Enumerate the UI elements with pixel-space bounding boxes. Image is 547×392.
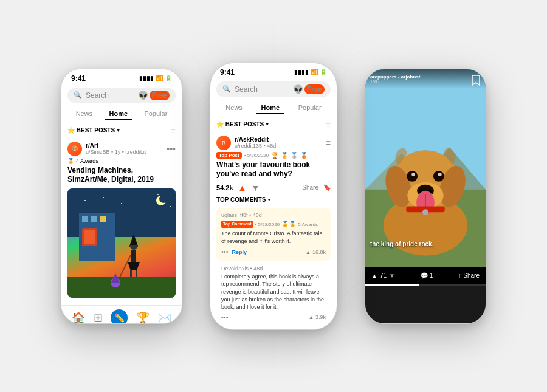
- post-info-center: r/AskReddit u/reddit135 • 48d: [235, 136, 322, 149]
- more-btn-left[interactable]: •••: [167, 144, 176, 154]
- video-time: 109 d: [370, 80, 481, 84]
- downvote-right[interactable]: ▼: [389, 272, 395, 279]
- svg-marker-25: [128, 262, 140, 270]
- svg-point-55: [438, 172, 442, 176]
- progress-bar-right: [365, 284, 486, 286]
- share-icon-right: ↑: [458, 272, 461, 279]
- home-icon-left[interactable]: 🏠: [72, 311, 85, 324]
- svg-rect-20: [84, 230, 95, 244]
- signal-icon-left: ▮▮▮▮: [139, 75, 154, 81]
- mail-icon-left[interactable]: ✉️: [158, 311, 171, 324]
- comment-count-right: 1: [430, 272, 433, 279]
- svg-rect-17: [91, 216, 97, 222]
- comment-text-1: The count of Monte Cristo. A fantastic t…: [221, 230, 326, 245]
- bottom-nav-center: 🏠 ⊞ ✏️ 🏆 ✉️: [210, 326, 337, 330]
- avatar-center: r/: [216, 136, 231, 150]
- svg-rect-26: [130, 270, 132, 277]
- upvote-btn-center[interactable]: ▲: [238, 183, 247, 193]
- phone-left: 9:41 ▮▮▮▮ 📶 🔋 🔍 Search 👽 Free News Home …: [61, 69, 182, 324]
- bookmark-icon-right[interactable]: [471, 74, 481, 89]
- share-label-right: Share: [463, 272, 480, 279]
- search-label-center: Search: [235, 85, 258, 94]
- svg-rect-24: [131, 250, 136, 262]
- post-title-left: Vending Machines, SimzArt/Me, Digital, 2…: [67, 166, 176, 185]
- progress-fill-right: [365, 284, 419, 286]
- search-label-left: Search: [86, 91, 109, 100]
- award-emoji-4: 🥉: [300, 152, 308, 159]
- comment-votes-2: ▲ 3.9k: [309, 314, 326, 320]
- svg-rect-18: [100, 216, 106, 222]
- best-posts-center[interactable]: ⭐ BEST POSTS: [216, 121, 269, 128]
- bottom-nav-left: 🏠 ⊞ ✏️ 🏆 ✉️: [61, 305, 182, 324]
- svg-point-59: [422, 209, 428, 215]
- tab-news-left[interactable]: News: [71, 108, 98, 120]
- search-icon-left: 🔍: [74, 91, 82, 99]
- video-bottom-bar: ▲ 71 ▼ 💬 1 ↑ Share: [365, 267, 486, 284]
- vote-count-right: 71: [380, 272, 387, 279]
- svg-point-39: [159, 194, 168, 203]
- post-item-left: 🎨 r/Art u/SimzBB • 1y • i.reddit.it ••• …: [61, 138, 182, 305]
- user-time-left: u/SimzBB • 1y • i.reddit.it: [86, 149, 163, 155]
- svg-rect-16: [82, 216, 88, 222]
- comment-section-right: 💬 1: [421, 272, 433, 279]
- free-badge-center: Free: [304, 84, 325, 94]
- filter-icon-left[interactable]: ≡: [171, 126, 176, 136]
- alien-icon-center: 👽: [293, 84, 303, 94]
- comment-user-1: uglass_ft8f • 48d: [221, 211, 326, 219]
- tab-popular-left[interactable]: Popular: [139, 108, 172, 120]
- grid-icon-left[interactable]: ⊞: [94, 311, 103, 324]
- nav-tabs-center: News Home Popular: [210, 100, 337, 117]
- award-emoji-2: 🥇: [281, 152, 288, 159]
- comment-2: DevoidAxis • 48d I completely agree, thi…: [216, 263, 331, 323]
- comment-user-2: DevoidAxis • 48d: [221, 266, 326, 272]
- reply-btn-1[interactable]: Reply: [232, 249, 247, 256]
- award-icon-left[interactable]: 🏆: [136, 311, 150, 324]
- svg-point-33: [84, 200, 86, 201]
- search-bar-left[interactable]: 🔍 Search 👽 Free: [67, 88, 176, 103]
- phone-center: 9:41 ▮▮▮▮ 📶 🔋 🔍 Search 👽 Free News Home …: [210, 63, 337, 330]
- tab-home-center[interactable]: Home: [256, 102, 285, 114]
- post-date-center: • 5/26/2020: [244, 153, 269, 158]
- comment-votes-1: ▲ 16.8k: [306, 249, 326, 256]
- post-icon-left[interactable]: ✏️: [111, 309, 128, 324]
- status-icons-left: ▮▮▮▮ 📶 🔋: [139, 75, 172, 81]
- free-badge-left: Free: [150, 91, 170, 100]
- downvote-btn-center[interactable]: ▼: [251, 183, 260, 193]
- post-meta-left: 🎨 r/Art u/SimzBB • 1y • i.reddit.it •••: [67, 142, 176, 156]
- more-dots-2[interactable]: •••: [221, 314, 229, 321]
- tab-news-center[interactable]: News: [221, 102, 247, 114]
- wifi-icon-left: 📶: [156, 75, 163, 81]
- svg-point-35: [121, 203, 122, 204]
- search-bar-center[interactable]: 🔍 Search 👽 Free: [216, 81, 331, 97]
- share-section-right[interactable]: ↑ Share: [458, 272, 480, 279]
- more-dots-1[interactable]: •••: [221, 247, 229, 256]
- time-center: 9:41: [220, 68, 235, 77]
- awards-row-left: 🏅 4 Awards: [67, 158, 176, 164]
- status-icons-center: ▮▮▮▮ 📶 🔋: [294, 69, 327, 75]
- award-emoji-1: 🏆: [271, 152, 278, 159]
- svg-line-28: [119, 255, 131, 280]
- tab-popular-center[interactable]: Popular: [294, 102, 326, 114]
- top-comment-badge: Top Comment: [221, 221, 253, 228]
- comment-1: uglass_ft8f • 48d Top Comment • 5/28/202…: [216, 208, 331, 261]
- comment-actions-2: ••• ▲ 3.9k: [221, 314, 326, 321]
- tab-home-left[interactable]: Home: [105, 108, 133, 120]
- share-btn-center[interactable]: Share: [302, 184, 318, 191]
- more-btn-center[interactable]: ≡: [326, 138, 331, 148]
- post-image-left: [67, 188, 176, 298]
- feed-header-center: ⭐ BEST POSTS ≡: [210, 117, 337, 132]
- best-posts-left[interactable]: ⭐ BEST POSTS: [67, 127, 120, 134]
- award-count-left: 4 Awards: [76, 158, 98, 164]
- status-bar-center: 9:41 ▮▮▮▮ 📶 🔋: [210, 63, 337, 79]
- filter-icon-center[interactable]: ≡: [326, 120, 331, 129]
- upvote-right[interactable]: ▲: [371, 272, 377, 279]
- comment-icon-right: 💬: [421, 272, 428, 279]
- comment-badges-1: Top Comment • 5/28/2020 🏅🏅 5 Awards: [221, 220, 326, 229]
- save-btn-center[interactable]: 🔖: [323, 184, 331, 191]
- svg-point-53: [433, 170, 444, 181]
- time-left: 9:41: [71, 74, 86, 83]
- phone-right: arepuppers • arjohnst 109 d the king of …: [365, 69, 486, 324]
- phones-container: 9:41 ▮▮▮▮ 📶 🔋 🔍 Search 👽 Free News Home …: [24, 20, 523, 373]
- svg-point-37: [170, 206, 171, 207]
- wifi-icon-center: 📶: [311, 69, 318, 75]
